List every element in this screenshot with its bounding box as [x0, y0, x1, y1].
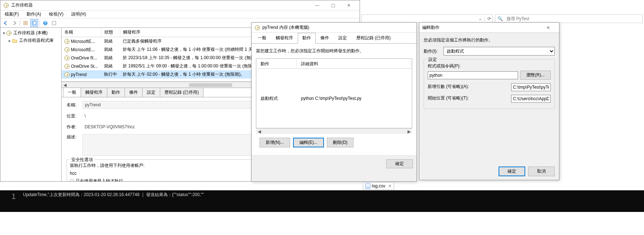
svg-text:?: ? — [44, 21, 46, 26]
dlg-tab-conditions[interactable]: 條件 — [316, 33, 334, 43]
edit-action-dialog: 編輯動作 ✕ 您必須指定這個工作將執行的動作。 動作(I): 啟動程式 設定 程… — [419, 22, 559, 180]
dialog-title: pyTrend 內容 (本機電腦) — [262, 25, 414, 31]
menu-file[interactable]: 檔案(F) — [3, 10, 21, 18]
task-clock-icon — [64, 56, 69, 61]
search-box[interactable]: 🔍 — [495, 14, 643, 23]
tab-conditions[interactable]: 條件 — [125, 88, 143, 97]
terminal-text[interactable]: UpdateTime,"上次更新時間為：2023-01-20 02:26:16.… — [20, 190, 644, 212]
toolbar-panel-icon[interactable] — [30, 19, 38, 27]
dlg-tab-general[interactable]: 一般 — [253, 33, 271, 43]
menu-action[interactable]: 動作(A) — [24, 10, 43, 18]
scroll-left-icon[interactable]: ◀ — [62, 83, 67, 88]
menu-help[interactable]: 說明(H) — [69, 10, 88, 18]
name-label: 名稱: — [67, 102, 82, 108]
dialog-titlebar: pyTrend 內容 (本機電腦) — [252, 23, 416, 33]
file-icon — [365, 183, 370, 189]
nav-back-button[interactable] — [2, 19, 10, 27]
cancel-button[interactable]: 取消 — [528, 167, 555, 176]
args-input[interactable] — [511, 83, 551, 91]
col-detail[interactable]: 詳細資料 — [297, 59, 411, 69]
chevron-down-icon[interactable]: ⌄ — [478, 16, 482, 21]
line-number: 1 — [0, 190, 20, 212]
close-button[interactable]: ✕ — [341, 0, 357, 10]
menu-view[interactable]: 檢視(V) — [47, 10, 66, 18]
delete-button[interactable]: 刪除(D) — [327, 138, 354, 147]
editdlg-titlebar: 編輯動作 ✕ — [419, 23, 559, 33]
col-name[interactable]: 名稱 — [62, 28, 101, 37]
browse-button[interactable]: 瀏覽(R)... — [520, 71, 551, 80]
scroll-thumb[interactable] — [189, 83, 232, 87]
expand-icon[interactable]: ▸ — [8, 38, 12, 43]
tree-root-label: 工作排程器 (本機) — [13, 30, 48, 36]
security-legend: 安全性選項 — [70, 157, 94, 163]
task-clock-icon — [64, 72, 69, 77]
close-button[interactable]: ✕ — [540, 23, 556, 33]
toolbar-extra-icon[interactable] — [50, 19, 58, 27]
tab-actions[interactable]: 動作 — [107, 88, 125, 97]
expand-icon[interactable]: ▾ — [2, 31, 6, 36]
tab-history[interactable]: 歷程記錄 (已停用) — [160, 88, 203, 97]
new-button[interactable]: 新增(N)... — [260, 138, 290, 147]
loc-label: 位置: — [67, 113, 82, 119]
tab-settings[interactable]: 設定 — [142, 88, 160, 97]
col-status[interactable]: 狀態 — [101, 28, 120, 37]
action-label: 動作(I): — [424, 48, 441, 54]
ok-button[interactable]: 確定 — [499, 167, 525, 176]
scroll-left-icon[interactable]: ◀ — [257, 129, 262, 134]
action-row[interactable]: 啟動程式 python C:\tmp\PyTest\pyTest.py — [257, 70, 411, 127]
help-icon[interactable]: ? — [41, 19, 49, 27]
search-input[interactable] — [505, 15, 640, 22]
dlg-tab-actions[interactable]: 動作 — [298, 33, 316, 44]
editdlg-title: 編輯動作 — [422, 25, 540, 31]
dlg-tab-settings[interactable]: 設定 — [334, 33, 352, 43]
address-box[interactable]: ⌄ | ⟳ — [361, 14, 493, 23]
settings-legend: 設定 — [427, 57, 438, 63]
action-select[interactable]: 啟動程式 — [443, 47, 555, 56]
prog-label: 程式或指令碼(P): — [428, 63, 551, 69]
actions-table: 動作 詳細資料 啟動程式 python C:\tmp\PyTest\pyTest… — [256, 58, 412, 128]
scroll-right-icon[interactable]: ▶ — [406, 129, 411, 134]
svg-rect-5 — [52, 21, 56, 25]
ok-button[interactable]: 確定 — [386, 159, 413, 168]
edit-hint: 您必須指定這個工作將執行的動作。 — [424, 37, 555, 43]
task-clock-icon — [64, 39, 69, 44]
tree-library[interactable]: ▸ 工作排程器程式庫 — [8, 37, 60, 44]
dlg-tab-triggers[interactable]: 觸發程序 — [271, 33, 298, 43]
search-icon: 🔍 — [497, 16, 503, 21]
titlebar: 工作排程器 — ▢ ✕ — [0, 0, 360, 10]
maximize-button[interactable]: ▢ — [325, 0, 341, 10]
svg-rect-2 — [32, 21, 34, 25]
nav-forward-button[interactable] — [10, 19, 18, 27]
author-label: 作者: — [67, 124, 82, 130]
dlg-tab-history[interactable]: 歷程記錄 (已停用) — [352, 33, 395, 43]
edit-button[interactable]: 編輯(E)... — [293, 138, 324, 147]
program-input[interactable] — [428, 71, 518, 79]
settings-fieldset: 設定 程式或指令碼(P): 瀏覽(R)... 新增引數 (可省略)(A): 開始… — [424, 59, 555, 109]
tab-general[interactable]: 一般 — [63, 88, 81, 97]
col-action[interactable]: 動作 — [257, 59, 297, 69]
clock-icon — [255, 25, 260, 31]
startin-input[interactable] — [511, 95, 551, 103]
menubar: 檔案(F) 動作(A) 檢視(V) 說明(H) — [0, 10, 360, 18]
task-clock-icon — [64, 47, 69, 52]
startin-label: 開始位置 (可省略)(T): — [428, 95, 509, 101]
task-clock-icon — [64, 64, 69, 69]
tree-root[interactable]: ▾ 工作排程器 (本機) — [2, 29, 60, 37]
refresh-icon[interactable]: ⟳ — [487, 16, 491, 21]
tab-triggers[interactable]: 觸發程序 — [81, 88, 107, 97]
security-opt: 只有使用者登入時才執行 — [76, 178, 123, 181]
toolbar-action-icon[interactable] — [22, 19, 30, 27]
task-properties-dialog: pyTrend 內容 (本機電腦) 一般 觸發程序 動作 條件 設定 歷程記錄 … — [251, 22, 417, 182]
dialog-instruction: 當您建立工作時，您必須指定工作開始時將發生的動作。 — [256, 48, 412, 54]
log-file-tab[interactable]: log.csv ✕ — [363, 182, 394, 190]
desc-label: 描述: — [67, 134, 82, 140]
dialog-tabs: 一般 觸發程序 動作 條件 設定 歷程記錄 (已停用) — [252, 33, 416, 44]
args-label: 新增引數 (可省略)(A): — [428, 84, 509, 90]
clock-icon — [6, 30, 12, 36]
radio-icon — [70, 179, 74, 182]
minimize-button[interactable]: — — [309, 0, 325, 10]
folder-icon — [12, 38, 18, 44]
close-icon[interactable]: ✕ — [388, 183, 392, 189]
log-file-label: log.csv — [372, 183, 385, 189]
horizontal-scrollbar[interactable]: ◀ ▶ — [256, 128, 412, 134]
